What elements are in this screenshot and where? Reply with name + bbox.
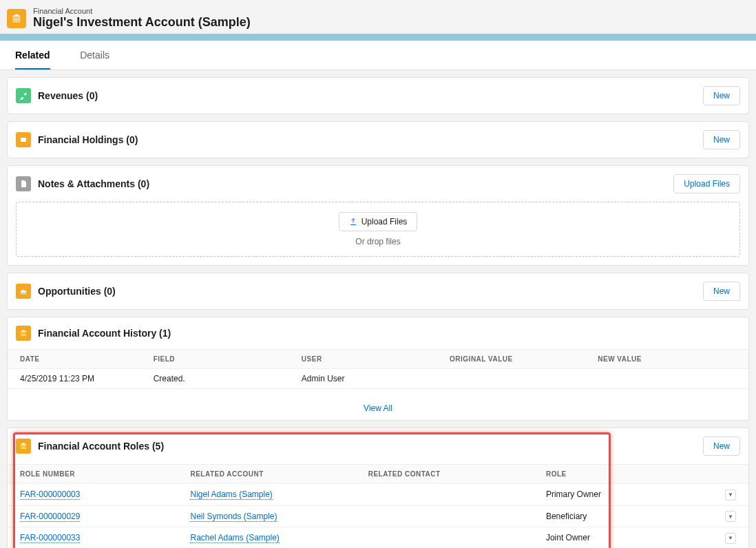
card-opportunities: Opportunities (0) New: [7, 273, 749, 310]
history-th-orig: Original Value: [437, 350, 585, 369]
new-revenue-button[interactable]: New: [703, 86, 740, 105]
table-row: 4/25/2019 11:23 PM Created. Admin User: [8, 369, 748, 389]
card-roles: Financial Account Roles (5) New Role Num…: [7, 428, 749, 548]
card-title-notes: Notes & Attachments (0): [38, 178, 673, 189]
account-icon: [7, 9, 26, 28]
roles-th-contact: Related Contact: [356, 465, 534, 484]
related-contact: [356, 505, 534, 527]
page-header: Financial Account Nigel's Investment Acc…: [0, 0, 756, 34]
new-opportunity-button[interactable]: New: [703, 282, 740, 301]
card-title-revenues: Revenues (0): [38, 90, 703, 101]
holdings-icon: [16, 132, 31, 147]
related-account-link[interactable]: Neil Symonds (Sample): [190, 512, 277, 522]
upload-icon: [349, 218, 357, 226]
role-number-link[interactable]: FAR-000000003: [20, 489, 80, 500]
history-th-user: User: [289, 350, 437, 369]
upload-files-button-center[interactable]: Upload Files: [339, 212, 418, 231]
role-value: Beneficiary: [534, 505, 713, 527]
tab-details[interactable]: Details: [80, 41, 109, 70]
card-title-roles: Financial Account Roles (5): [38, 441, 703, 452]
new-holding-button[interactable]: New: [703, 130, 740, 149]
history-table: Date Field User Original Value New Value…: [8, 349, 748, 396]
card-history: Financial Account History (1) Date Field…: [7, 317, 749, 421]
header-kicker: Financial Account: [33, 7, 251, 15]
upload-files-button-top[interactable]: Upload Files: [673, 174, 740, 193]
related-contact: [356, 527, 534, 549]
tab-bar: Related Details: [0, 41, 756, 70]
history-th-date: Date: [8, 350, 141, 369]
card-title-holdings: Financial Holdings (0): [38, 134, 703, 145]
role-value: Joint Owner: [534, 527, 713, 549]
roles-th-acct: Related Account: [178, 465, 355, 484]
table-row: FAR-000000033Rachel Adams (Sample)Joint …: [8, 527, 748, 549]
new-role-button[interactable]: New: [703, 436, 740, 456]
dropzone[interactable]: Upload Files Or drop files: [16, 202, 740, 257]
history-icon: [16, 326, 31, 341]
table-row: FAR-000000029Neil Symonds (Sample)Benefi…: [8, 505, 748, 527]
roles-table: Role Number Related Account Related Cont…: [8, 464, 748, 548]
tab-related[interactable]: Related: [15, 41, 50, 70]
card-revenues: Revenues (0) New: [7, 77, 749, 114]
card-notes: Notes & Attachments (0) Upload Files Upl…: [7, 165, 749, 266]
history-th-newv: New Value: [585, 350, 748, 369]
decorative-band: [0, 34, 756, 41]
card-title-history: Financial Account History (1): [38, 328, 740, 339]
role-number-link[interactable]: FAR-000000029: [20, 512, 80, 522]
drop-hint: Or drop files: [17, 237, 739, 246]
related-account-link[interactable]: Nigel Adams (Sample): [190, 489, 272, 500]
history-field: Created.: [141, 369, 289, 389]
history-th-field: Field: [141, 350, 289, 369]
history-newv: [585, 369, 748, 389]
wrench-icon: [16, 88, 31, 103]
roles-th-num: Role Number: [8, 465, 178, 484]
card-holdings: Financial Holdings (0) New: [7, 121, 749, 158]
related-account-link[interactable]: Rachel Adams (Sample): [190, 533, 279, 543]
role-number-link[interactable]: FAR-000000033: [20, 533, 80, 543]
row-menu-button[interactable]: ▼: [725, 533, 736, 544]
attachment-icon: [16, 176, 31, 191]
upload-label: Upload Files: [361, 217, 408, 226]
history-user: Admin User: [289, 369, 437, 389]
related-contact: [356, 484, 534, 506]
svg-rect-0: [21, 138, 26, 142]
history-view-all[interactable]: View All: [364, 403, 392, 413]
roles-icon: [16, 439, 31, 454]
row-menu-button[interactable]: ▼: [725, 489, 736, 500]
row-menu-button[interactable]: ▼: [725, 511, 736, 522]
table-row: FAR-000000003Nigel Adams (Sample)Primary…: [8, 484, 748, 506]
card-title-opportunities: Opportunities (0): [38, 286, 703, 297]
history-date: 4/25/2019 11:23 PM: [8, 369, 141, 389]
crown-icon: [16, 284, 31, 299]
history-orig: [437, 369, 585, 389]
role-value: Primary Owner: [534, 484, 713, 506]
page-title: Nigel's Investment Account (Sample): [33, 15, 251, 30]
roles-th-role: Role: [534, 465, 713, 484]
